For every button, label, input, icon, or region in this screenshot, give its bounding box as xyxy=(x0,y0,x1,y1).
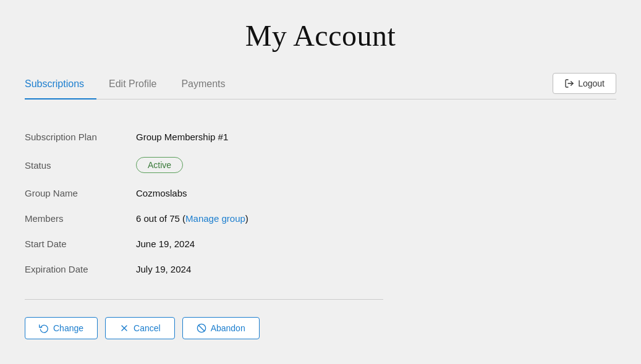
abandon-icon xyxy=(197,323,206,333)
actions-row: Change Cancel Abandon xyxy=(25,317,457,339)
cancel-button[interactable]: Cancel xyxy=(105,317,175,339)
svg-line-4 xyxy=(198,325,204,331)
table-row-plan: Subscription Plan Group Membership #1 xyxy=(25,124,457,150)
change-label: Change xyxy=(53,323,83,333)
change-button[interactable]: Change xyxy=(25,317,98,339)
logout-button[interactable]: Logout xyxy=(553,73,616,94)
start-date-value: June 19, 2024 xyxy=(136,231,457,256)
cancel-icon xyxy=(119,323,129,333)
status-label: Status xyxy=(25,150,136,180)
manage-group-link[interactable]: Manage group xyxy=(185,213,245,224)
subscription-table: Subscription Plan Group Membership #1 St… xyxy=(25,124,457,282)
page-title: My Account xyxy=(25,19,616,53)
abandon-button[interactable]: Abandon xyxy=(182,317,260,339)
logout-icon xyxy=(564,78,574,88)
cancel-label: Cancel xyxy=(134,323,161,333)
status-badge: Active xyxy=(136,157,183,173)
tabs-bar: Subscriptions Edit Profile Payments Logo… xyxy=(25,72,616,99)
tab-edit-profile[interactable]: Edit Profile xyxy=(96,72,169,99)
members-value: 6 out of 75 xyxy=(136,213,180,224)
divider xyxy=(25,299,383,300)
expiration-date-value: July 19, 2024 xyxy=(136,256,457,282)
abandon-label: Abandon xyxy=(211,323,245,333)
content-area: Subscription Plan Group Membership #1 St… xyxy=(25,118,457,345)
page-wrapper: My Account Subscriptions Edit Profile Pa… xyxy=(0,0,641,364)
table-row-status: Status Active xyxy=(25,150,457,180)
group-name-label: Group Name xyxy=(25,180,136,206)
expiration-date-label: Expiration Date xyxy=(25,256,136,282)
plan-label: Subscription Plan xyxy=(25,124,136,150)
plan-value: Group Membership #1 xyxy=(136,124,457,150)
table-row-group-name: Group Name Cozmoslabs xyxy=(25,180,457,206)
change-icon xyxy=(39,323,49,333)
logout-label: Logout xyxy=(578,78,605,88)
table-row-members: Members 6 out of 75 (Manage group) xyxy=(25,206,457,231)
table-row-expiration-date: Expiration Date July 19, 2024 xyxy=(25,256,457,282)
tab-payments[interactable]: Payments xyxy=(169,72,237,99)
members-cell: 6 out of 75 (Manage group) xyxy=(136,206,457,231)
status-cell: Active xyxy=(136,150,457,180)
tabs-left: Subscriptions Edit Profile Payments xyxy=(25,72,553,99)
members-label: Members xyxy=(25,206,136,231)
start-date-label: Start Date xyxy=(25,231,136,256)
group-name-value: Cozmoslabs xyxy=(136,180,457,206)
tab-subscriptions[interactable]: Subscriptions xyxy=(25,72,96,99)
table-row-start-date: Start Date June 19, 2024 xyxy=(25,231,457,256)
